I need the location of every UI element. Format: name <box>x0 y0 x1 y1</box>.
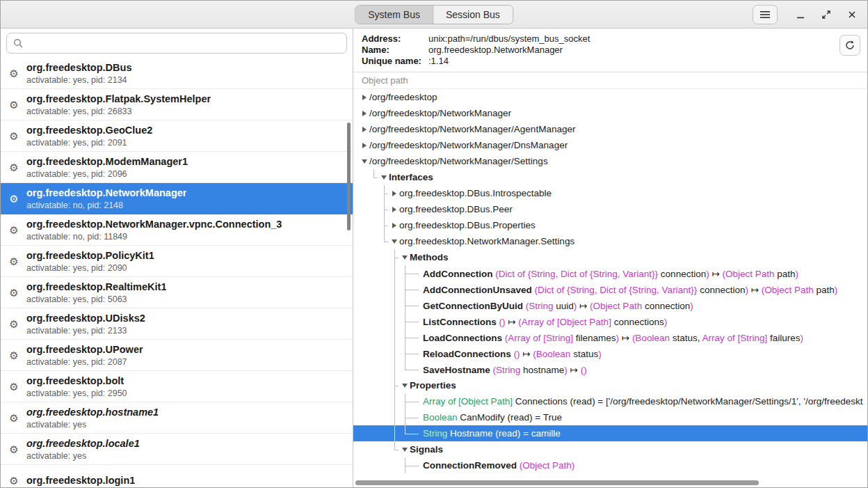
app-body: ⚙org.freedesktop.DBusactivatable: yes, p… <box>1 29 867 487</box>
gear-icon: ⚙ <box>8 68 20 80</box>
menu-button[interactable] <box>753 5 778 24</box>
tree-row-label: ListConnections () ↦ (Array of [Object P… <box>423 316 667 327</box>
address-value: unix:path=/run/dbus/system_bus_socket <box>428 33 859 45</box>
name-label: Name: <box>362 45 426 56</box>
tree-row[interactable]: org.freedesktop.DBus.Peer <box>353 201 867 217</box>
tree-row[interactable]: org.freedesktop.NetworkManager.Settings <box>353 233 867 249</box>
tree-row[interactable]: Methods <box>353 249 867 265</box>
tree-branch-line <box>401 265 419 281</box>
bus-name-label: org.freedesktop.ModemManager1 <box>26 155 188 168</box>
tab-system-bus[interactable]: System Bus <box>355 6 433 24</box>
collapse-triangle-icon[interactable] <box>359 153 369 169</box>
tree-row[interactable]: GetConnectionByUuid (String uuid) ↦ (Obj… <box>353 297 867 313</box>
list-item[interactable]: ⚙org.freedesktop.boltactivatable: yes, p… <box>1 371 353 402</box>
list-item[interactable]: ⚙org.freedesktop.RealtimeKit1activatable… <box>1 277 353 308</box>
tab-session-bus[interactable]: Session Bus <box>433 6 513 24</box>
dbus-inspector-window: System Bus Session Bus <box>0 0 868 488</box>
tree-horizontal-scrollbar[interactable] <box>355 480 759 485</box>
tree-row-label: ConnectionRemoved (Object Path) <box>423 460 574 471</box>
expand-triangle-icon[interactable] <box>389 201 399 217</box>
tree-row-label: String Hostname (read) = camille <box>423 428 561 439</box>
tree-row[interactable]: Signals <box>353 441 867 457</box>
minimize-icon <box>796 10 805 19</box>
tree-row[interactable]: Interfaces <box>353 169 867 185</box>
list-item[interactable]: ⚙org.freedesktop.ModemManager1activatabl… <box>1 152 353 183</box>
list-item[interactable]: ⚙org.freedesktop.UDisks2activatable: yes… <box>1 308 353 340</box>
bus-item-text: org.freedesktop.UDisks2activatable: yes,… <box>26 312 145 336</box>
tree-row[interactable]: Boolean CanModify (read) = True <box>353 409 867 425</box>
object-path-column-header: Object path <box>353 72 867 89</box>
tree-row[interactable]: AddConnectionUnsaved (Dict of {String, D… <box>353 281 867 297</box>
tree-branch-line <box>401 281 419 297</box>
collapse-triangle-icon[interactable] <box>399 377 410 393</box>
bus-item-text: org.freedesktop.RealtimeKit1activatable:… <box>26 281 166 305</box>
bus-name-list: ⚙org.freedesktop.DBusactivatable: yes, p… <box>1 58 353 487</box>
list-item[interactable]: ⚙org.freedesktop.DBusactivatable: yes, p… <box>1 58 353 89</box>
search-input[interactable] <box>28 38 340 49</box>
tree-row-label: Signals <box>410 444 443 455</box>
minimize-button[interactable] <box>792 6 809 23</box>
bus-item-text: org.freedesktop.UPoweractivatable: yes, … <box>26 343 143 368</box>
list-item[interactable]: ⚙org.freedesktop.locale1activatable: yes <box>1 434 353 465</box>
tree-row[interactable]: /org/freedesktop/NetworkManager <box>353 105 867 121</box>
close-button[interactable] <box>844 6 860 23</box>
bus-activatable-label: activatable: yes, pid: 2134 <box>26 74 131 86</box>
bus-activatable-label: activatable: yes, pid: 2133 <box>26 325 145 336</box>
bus-name-label: org.freedesktop.bolt <box>26 375 127 388</box>
bus-activatable-label: activatable: yes <box>26 419 159 430</box>
tree-branch-line <box>369 169 378 185</box>
tree-branch-line <box>380 233 389 249</box>
tree-row[interactable]: Properties <box>353 377 867 393</box>
tree-row[interactable]: /org/freedesktop/NetworkManager/Settings <box>353 153 867 169</box>
list-item[interactable]: ⚙org.freedesktop.GeoClue2activatable: ye… <box>1 120 353 152</box>
tree-row[interactable]: ListConnections () ↦ (Array of [Object P… <box>353 313 867 329</box>
expand-triangle-icon[interactable] <box>359 89 369 105</box>
collapse-triangle-icon[interactable] <box>389 233 399 249</box>
expand-triangle-icon[interactable] <box>359 121 369 137</box>
tree-row[interactable]: String Hostname (read) = camille <box>353 425 867 441</box>
bus-name-label: org.freedesktop.RealtimeKit1 <box>26 281 166 294</box>
tree-row[interactable]: Array of [Object Path] Connections (read… <box>353 393 867 409</box>
tree-row-label: /org/freedesktop/NetworkManager <box>369 108 511 118</box>
tree-row-label: org.freedesktop.DBus.Introspectable <box>399 188 552 198</box>
list-item[interactable]: ⚙org.freedesktop.NetworkManageractivatab… <box>1 183 353 214</box>
list-item[interactable]: ⚙org.freedesktop.hostname1activatable: y… <box>1 402 353 434</box>
list-item[interactable]: ⚙org.freedesktop.PolicyKit1activatable: … <box>1 246 353 277</box>
tree-row[interactable]: SaveHostname (String hostname) ↦ () <box>353 361 867 377</box>
tree-row[interactable]: org.freedesktop.DBus.Introspectable <box>353 185 867 201</box>
collapse-triangle-icon[interactable] <box>399 441 410 457</box>
tree-row[interactable]: LoadConnections (Array of [String] filen… <box>353 329 867 345</box>
expand-triangle-icon[interactable] <box>359 105 369 121</box>
expand-triangle-icon[interactable] <box>389 185 399 201</box>
tree-row[interactable]: org.freedesktop.DBus.Properties <box>353 217 867 233</box>
tree-row-label: /org/freedesktop/NetworkManager/AgentMan… <box>369 124 575 134</box>
bus-name-label: org.freedesktop.NetworkManager <box>26 187 186 200</box>
tree-row[interactable]: AddConnection (Dict of {String, Dict of … <box>353 265 867 281</box>
unique-name-value: :1.14 <box>428 56 859 67</box>
expand-triangle-icon[interactable] <box>359 137 369 153</box>
tree-branch-line <box>380 185 389 201</box>
tree-row[interactable]: ReloadConnections () ↦ (Boolean status) <box>353 345 867 361</box>
connection-fields: Address: unix:path=/run/dbus/system_bus_… <box>362 33 859 67</box>
tree-row[interactable]: ConnectionRemoved (Object Path) <box>353 457 867 473</box>
collapse-triangle-icon[interactable] <box>399 249 410 265</box>
close-icon <box>847 10 857 19</box>
list-item[interactable]: ⚙org.freedesktop.Flatpak.SystemHelperact… <box>1 89 353 120</box>
maximize-button[interactable] <box>818 6 835 23</box>
object-path-tree: /org/freedesktop/org/freedesktop/Network… <box>353 89 867 487</box>
tree-row[interactable]: /org/freedesktop/NetworkManager/AgentMan… <box>353 121 867 137</box>
list-item[interactable]: ⚙org.freedesktop.UPoweractivatable: yes,… <box>1 340 353 371</box>
tree-row-label: /org/freedesktop/NetworkManager/Settings <box>369 156 548 166</box>
tree-row[interactable]: /org/freedesktop/NetworkManager/DnsManag… <box>353 137 867 153</box>
list-item[interactable]: ⚙org.freedesktop.NetworkManager.vpnc.Con… <box>1 214 353 246</box>
tree-row-label: ReloadConnections () ↦ (Boolean status) <box>423 348 602 359</box>
collapse-triangle-icon[interactable] <box>378 169 389 185</box>
list-item[interactable]: ⚙org.freedesktop.login1 <box>1 465 353 487</box>
expand-triangle-icon[interactable] <box>389 217 399 233</box>
bus-list-scrollbar[interactable] <box>347 123 351 230</box>
refresh-button[interactable] <box>839 35 860 56</box>
details-panel: Address: unix:path=/run/dbus/system_bus_… <box>353 29 867 487</box>
bus-name-label: org.freedesktop.DBus <box>26 61 131 74</box>
bus-item-text: org.freedesktop.login1 <box>26 474 135 487</box>
tree-row[interactable]: /org/freedesktop <box>353 89 867 105</box>
